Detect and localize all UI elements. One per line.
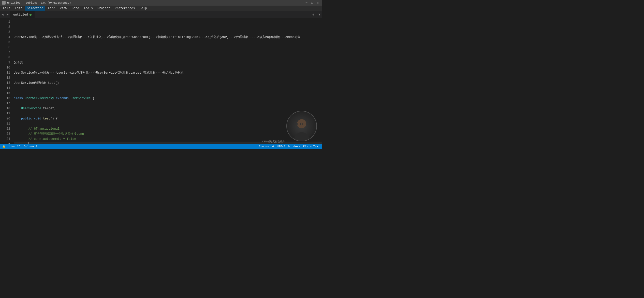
- code-editor[interactable]: UserService类--->推断构造方法--->普通对象--->依赖注入--…: [13, 18, 322, 144]
- line-num-11: 11: [0, 70, 10, 75]
- cursor-position[interactable]: Line 25, Column 9: [9, 145, 37, 148]
- lock-icon: 🔒: [2, 145, 6, 148]
- code-line-4: UserService类--->推断构造方法--->普通对象--->依赖注入--…: [14, 35, 322, 40]
- status-bar: 🔒 Line 25, Column 9 Spaces: 4 UTF-8 Wind…: [0, 144, 322, 149]
- line-num-19: 19: [0, 111, 10, 116]
- line-num-9: 9: [0, 60, 10, 65]
- line-num-23: 23: [0, 131, 10, 137]
- code-line-21: [14, 121, 322, 126]
- code-line-14: [14, 86, 322, 91]
- webcam-video: [287, 111, 316, 141]
- menu-file[interactable]: File: [1, 6, 12, 11]
- tab-prev-button[interactable]: ◀: [0, 11, 5, 18]
- menu-tools[interactable]: Tools: [82, 6, 95, 11]
- tab-modified-indicator: [30, 14, 32, 16]
- code-line-8: [14, 55, 322, 60]
- window-title: untitled - Sublime Text (UNREGISTERED): [7, 1, 71, 4]
- line-num-20: 20: [0, 116, 10, 121]
- menu-project[interactable]: Project: [95, 6, 112, 11]
- line-num-10: 10: [0, 65, 10, 70]
- code-line-10: [14, 65, 322, 70]
- code-line-5: [14, 40, 322, 45]
- line-num-7: 7: [0, 50, 10, 55]
- menu-view[interactable]: View: [58, 6, 69, 11]
- line-num-4: 4: [0, 35, 10, 40]
- window-controls[interactable]: ─ □ ✕: [304, 1, 320, 5]
- title-bar-left: untitled - Sublime Text (UNREGISTERED): [2, 1, 71, 5]
- menu-help[interactable]: Help: [138, 6, 149, 11]
- language-indicator[interactable]: Plain Text: [303, 145, 320, 148]
- code-line-1: [14, 19, 322, 24]
- line-num-13: 13: [0, 80, 10, 86]
- code-line-15: [14, 91, 322, 96]
- code-line-16: class UserServiceProxy extends UserServi…: [14, 96, 322, 101]
- code-line-20: public void test() {: [14, 116, 322, 121]
- line-num-24: 24: [0, 137, 10, 142]
- code-line-2: [14, 24, 322, 30]
- code-line-12: [14, 75, 322, 80]
- title-bar: untitled - Sublime Text (UNREGISTERED) ─…: [0, 0, 322, 6]
- tab-add-button[interactable]: +: [310, 11, 317, 18]
- code-line-11: UserServiceProxy对象--->UserService代理对象---…: [14, 70, 322, 75]
- menu-bar: File Edit Selection Find View Goto Tools…: [0, 6, 322, 11]
- editor-area: 1 2 3 4 5 6 7 8 9 10 11 12 13 14 15 16 1…: [0, 18, 322, 144]
- code-line-18: UserService target;: [14, 106, 322, 111]
- code-line-19: [14, 111, 322, 116]
- minimize-button[interactable]: ─: [304, 1, 309, 5]
- code-line-9: 父子类: [14, 60, 322, 65]
- spaces-indicator[interactable]: Spaces: 4: [259, 145, 274, 148]
- code-line-17: [14, 101, 322, 106]
- webcam-overlay: [286, 111, 317, 141]
- tab-untitled[interactable]: untitled: [10, 11, 35, 18]
- tab-next-button[interactable]: ▶: [5, 11, 10, 18]
- code-line-22: // @Transactional: [14, 126, 322, 131]
- tab-dropdown-button[interactable]: ▼: [317, 11, 322, 18]
- line-num-21: 21: [0, 121, 10, 126]
- eol-indicator[interactable]: Windows: [288, 145, 300, 148]
- tab-bar: ◀ ▶ untitled + ▼: [0, 11, 322, 18]
- menu-find[interactable]: Find: [46, 6, 57, 11]
- line-num-17: 17: [0, 101, 10, 106]
- person-silhouette: [291, 117, 312, 141]
- status-right: Spaces: 4 UTF-8 Windows Plain Text: [259, 145, 320, 148]
- line-num-15: 15: [0, 91, 10, 96]
- csdn-watermark: CSDN@每天都在想你: [262, 140, 285, 143]
- line-num-25: 25: [0, 142, 10, 144]
- menu-preferences[interactable]: Preferences: [113, 6, 137, 11]
- line-num-6: 6: [0, 45, 10, 50]
- maximize-button[interactable]: □: [310, 1, 314, 5]
- line-numbers: 1 2 3 4 5 6 7 8 9 10 11 12 13 14 15 16 1…: [0, 18, 13, 144]
- code-line-13: UserService代理对象.test(): [14, 80, 322, 86]
- line-num-5: 5: [0, 40, 10, 45]
- tab-label: untitled: [13, 13, 28, 17]
- menu-edit[interactable]: Edit: [13, 6, 24, 11]
- line-num-3: 3: [0, 30, 10, 35]
- code-line-6: [14, 45, 322, 50]
- encoding-indicator[interactable]: UTF-8: [277, 145, 285, 148]
- menu-goto[interactable]: Goto: [70, 6, 81, 11]
- code-line-23: // 事务管理器新建一个数据库连接conn: [14, 131, 322, 137]
- app-icon: [2, 1, 6, 5]
- code-line-3: [14, 30, 322, 35]
- line-num-8: 8: [0, 55, 10, 60]
- line-num-16: 16: [0, 96, 10, 101]
- status-left: 🔒 Line 25, Column 9: [2, 145, 37, 148]
- line-num-22: 22: [0, 126, 10, 131]
- line-num-12: 12: [0, 75, 10, 80]
- line-num-2: 2: [0, 24, 10, 30]
- code-line-7: [14, 50, 322, 55]
- line-num-1: 1: [0, 19, 10, 24]
- line-num-14: 14: [0, 86, 10, 91]
- line-num-18: 18: [0, 106, 10, 111]
- menu-selection[interactable]: Selection: [25, 6, 46, 11]
- close-button[interactable]: ✕: [315, 1, 320, 5]
